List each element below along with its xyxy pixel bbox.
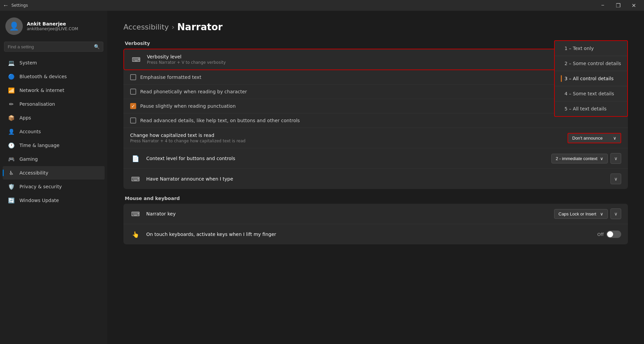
narrator-key-dropdown[interactable]: Caps Lock or Insert ∨ bbox=[554, 209, 608, 219]
personalisation-icon: ✏️ bbox=[8, 101, 15, 107]
sidebar-item-network[interactable]: 📶 Network & internet bbox=[3, 84, 105, 97]
advanced-checkbox[interactable] bbox=[130, 117, 136, 124]
sidebar-item-accounts[interactable]: 👤 Accounts bbox=[3, 125, 105, 138]
popup-label-1: 1 – Text only bbox=[565, 46, 594, 51]
verbosity-level-row[interactable]: ⌨ Verbosity level Press Narrator + V to … bbox=[123, 49, 628, 70]
context-expand-button[interactable]: ∨ bbox=[610, 153, 621, 164]
sidebar-item-system[interactable]: 💻 System bbox=[3, 56, 105, 69]
touch-keyboard-toggle[interactable] bbox=[606, 231, 621, 238]
update-icon: 🔄 bbox=[8, 197, 15, 204]
narrator-key-row: ⌨ Narrator key Caps Lock or Insert ∨ ∨ bbox=[123, 204, 628, 224]
touch-keyboard-content: On touch keyboards, activate keys when I… bbox=[146, 232, 592, 237]
user-name: Ankit Banerjee bbox=[27, 21, 78, 27]
main-content: Accessibility › Narrator Verbosity ⌨ Ver… bbox=[107, 11, 644, 344]
sidebar-item-bluetooth[interactable]: 🔵 Bluetooth & devices bbox=[3, 70, 105, 83]
popup-indicator-2 bbox=[561, 60, 562, 67]
apps-icon: 📦 bbox=[8, 114, 15, 121]
context-icon: 📄 bbox=[130, 153, 141, 164]
avatar: 👤 bbox=[5, 17, 23, 35]
verbosity-content: Verbosity level Press Narrator + V to ch… bbox=[147, 54, 621, 65]
sidebar-item-label-system: System bbox=[19, 60, 37, 65]
pause-checkbox[interactable]: ✓ bbox=[130, 103, 136, 109]
titlebar-left: ← Settings bbox=[3, 2, 28, 9]
user-email: ankitbanerjee@LIVE.COM bbox=[27, 27, 78, 31]
search-input[interactable] bbox=[8, 44, 91, 49]
popup-indicator-4 bbox=[561, 90, 562, 97]
user-info: Ankit Banerjee ankitbanerjee@LIVE.COM bbox=[27, 21, 78, 31]
touch-keyboard-row: 👆 On touch keyboards, activate keys when… bbox=[123, 224, 628, 244]
sidebar: 👤 Ankit Banerjee ankitbanerjee@LIVE.COM … bbox=[0, 11, 107, 344]
capitalized-row: Change how capitalized text is read Pres… bbox=[123, 128, 628, 148]
pause-row[interactable]: ✓ Pause slightly when reading punctuatio… bbox=[123, 99, 628, 113]
sidebar-item-label-accessibility: Accessibility bbox=[19, 170, 48, 176]
capitalized-dropdown-chevron: ∨ bbox=[613, 136, 616, 141]
narrator-announce-expand-button[interactable]: ∨ bbox=[610, 174, 621, 184]
phonetic-checkbox[interactable] bbox=[130, 89, 136, 95]
user-section: 👤 Ankit Banerjee ankitbanerjee@LIVE.COM bbox=[0, 11, 107, 40]
touch-keyboard-title: On touch keyboards, activate keys when I… bbox=[146, 232, 592, 237]
sidebar-item-label-privacy: Privacy & security bbox=[19, 184, 62, 189]
touch-keyboard-toggle-label: Off bbox=[597, 232, 604, 237]
privacy-icon: 🛡️ bbox=[8, 183, 15, 190]
context-dropdown[interactable]: 2 - immediate context ∨ bbox=[551, 154, 608, 163]
narrator-announce-control: ∨ bbox=[610, 174, 621, 184]
context-row: 📄 Context level for buttons and controls… bbox=[123, 148, 628, 169]
emphasise-row[interactable]: Emphasise formatted text bbox=[123, 70, 628, 85]
pause-label: Pause slightly when reading punctuation bbox=[140, 103, 236, 109]
touch-keyboard-icon: 👆 bbox=[130, 229, 141, 240]
search-box[interactable]: 🔍 bbox=[4, 42, 103, 52]
popup-label-4: 4 – Some text details bbox=[565, 91, 614, 96]
context-dropdown-chevron: ∨ bbox=[600, 156, 603, 161]
time-icon: 🕐 bbox=[8, 142, 15, 149]
sidebar-item-apps[interactable]: 📦 Apps bbox=[3, 111, 105, 125]
popup-item-4[interactable]: 4 – Some text details bbox=[555, 86, 627, 101]
narrator-key-expand-button[interactable]: ∨ bbox=[610, 208, 621, 219]
touch-keyboard-control: Off bbox=[597, 231, 621, 238]
capitalized-dropdown-value: Don't announce bbox=[572, 136, 603, 141]
popup-indicator-3 bbox=[561, 75, 562, 82]
breadcrumb-current: Narrator bbox=[177, 21, 222, 33]
capitalized-title: Change how capitalized text is read bbox=[130, 133, 562, 138]
accessibility-icon: ♿ bbox=[8, 169, 15, 176]
capitalized-control: Don't announce ∨ bbox=[568, 133, 621, 143]
narrator-key-dropdown-value: Caps Lock or Insert bbox=[558, 211, 596, 216]
verbosity-card: ⌨ Verbosity level Press Narrator + V to … bbox=[123, 49, 628, 189]
avatar-icon: 👤 bbox=[9, 21, 19, 31]
minimize-button[interactable]: − bbox=[595, 0, 610, 11]
narrator-key-content: Narrator key bbox=[146, 211, 549, 216]
emphasise-checkbox[interactable] bbox=[130, 74, 136, 80]
popup-item-5[interactable]: 5 – All text details bbox=[555, 101, 627, 116]
context-dropdown-value: 2 - immediate context bbox=[556, 156, 597, 161]
bluetooth-icon: 🔵 bbox=[8, 73, 15, 80]
popup-item-1[interactable]: 1 – Text only bbox=[555, 41, 627, 56]
popup-item-3[interactable]: 3 – All control details bbox=[555, 71, 627, 86]
network-icon: 📶 bbox=[8, 87, 15, 94]
narrator-key-icon: ⌨ bbox=[130, 208, 141, 219]
sidebar-item-label-bluetooth: Bluetooth & devices bbox=[19, 74, 67, 79]
sidebar-item-accessibility[interactable]: ♿ Accessibility bbox=[3, 166, 105, 180]
sidebar-nav: 💻 System 🔵 Bluetooth & devices 📶 Network… bbox=[0, 56, 107, 207]
app-body: 👤 Ankit Banerjee ankitbanerjee@LIVE.COM … bbox=[0, 11, 644, 344]
back-button[interactable]: ← bbox=[3, 2, 9, 9]
sidebar-item-personalisation[interactable]: ✏️ Personalisation bbox=[3, 97, 105, 111]
capitalized-dropdown[interactable]: Don't announce ∨ bbox=[568, 133, 621, 143]
capitalized-subtitle: Press Narrator + 4 to change how capital… bbox=[130, 139, 562, 143]
breadcrumb-parent[interactable]: Accessibility bbox=[123, 23, 169, 31]
popup-item-2[interactable]: 2 – Some control details bbox=[555, 56, 627, 71]
sidebar-item-label-time: Time & language bbox=[19, 143, 59, 148]
sidebar-item-windowsupdate[interactable]: 🔄 Windows Update bbox=[3, 194, 105, 207]
breadcrumb: Accessibility › Narrator bbox=[123, 21, 628, 33]
close-button[interactable]: ✕ bbox=[626, 0, 641, 11]
titlebar: ← Settings − ❐ ✕ bbox=[0, 0, 644, 11]
mouse-keyboard-section-title: Mouse and keyboard bbox=[123, 196, 628, 201]
phonetic-row[interactable]: Read phonetically when reading by charac… bbox=[123, 85, 628, 99]
maximize-button[interactable]: ❐ bbox=[610, 0, 626, 11]
verbosity-section-title: Verbosity bbox=[123, 41, 628, 46]
advanced-row[interactable]: Read advanced details, like help text, o… bbox=[123, 113, 628, 128]
narrator-key-control: Caps Lock or Insert ∨ ∨ bbox=[554, 208, 621, 219]
narrator-announce-title: Have Narrator announce when I type bbox=[146, 176, 605, 182]
narrator-announce-content: Have Narrator announce when I type bbox=[146, 176, 605, 182]
sidebar-item-privacy[interactable]: 🛡️ Privacy & security bbox=[3, 180, 105, 193]
sidebar-item-time[interactable]: 🕐 Time & language bbox=[3, 139, 105, 152]
sidebar-item-gaming[interactable]: 🎮 Gaming bbox=[3, 152, 105, 166]
